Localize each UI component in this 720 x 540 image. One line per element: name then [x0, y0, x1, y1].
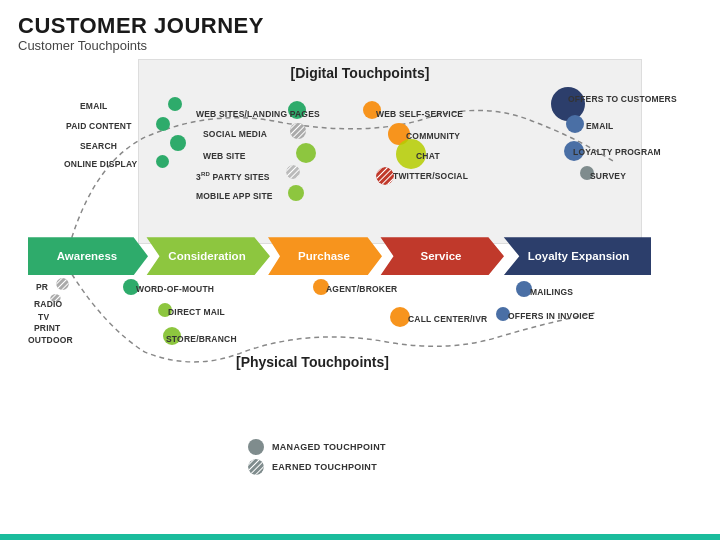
diagram-area: [Digital Touchpoints] Awareness Consider… — [18, 59, 702, 489]
tp-agent-broker-label: AGENT/BROKER — [326, 284, 397, 294]
legend-earned-text: EARNED TOUCHPOINT — [272, 462, 377, 472]
page-container: CUSTOMER JOURNEY Customer Touchpoints [D… — [0, 0, 720, 540]
tp-store-branch-label: STORE/BRANCH — [166, 334, 237, 344]
tp-email-label: EMAIL — [80, 101, 107, 111]
legend-managed-text: MANAGED TOUCHPOINT — [272, 442, 386, 452]
tp-radio-label: RADIO — [34, 299, 62, 309]
svg-point-10 — [56, 278, 69, 290]
tp-direct-mail-label: DIRECT MAIL — [168, 307, 225, 317]
tp-paid-content-label: PAID CONTENT — [66, 121, 132, 131]
tp-offers-invoice-label: OFFERS IN INVOICE — [508, 311, 594, 321]
tp-loyalty-program-label: LOYALTY PROGRAM — [573, 147, 661, 157]
digital-touchpoints-label: [Digital Touchpoints] — [18, 65, 702, 81]
sub-title: Customer Touchpoints — [18, 38, 702, 53]
circle-pr — [56, 277, 69, 290]
tp-email-right-label: EMAIL — [586, 121, 613, 131]
tp-3rd-party-label: 3RD PARTY SITES — [196, 171, 270, 182]
tp-survey-label: SURVEY — [590, 171, 626, 181]
svg-point-16 — [248, 459, 264, 475]
tp-mailings-label: MAILINGS — [530, 287, 573, 297]
legend: MANAGED TOUCHPOINT EARNED TOUCHPOINT — [248, 439, 386, 479]
tp-online-display-label: ONLINE DISPLAY — [64, 159, 137, 169]
tp-word-of-mouth-label: WORD-OF-MOUTH — [136, 284, 214, 294]
legend-earned: EARNED TOUCHPOINT — [248, 459, 386, 475]
tp-web-site-label: WEB SITE — [203, 151, 246, 161]
bottom-bar — [0, 534, 720, 540]
tp-outdoor-label: OUTDOOR — [28, 335, 73, 345]
tp-chat-label: CHAT — [416, 151, 440, 161]
tp-search-label: SEARCH — [80, 141, 117, 151]
circle-call-center — [390, 307, 410, 327]
step-service: Service — [374, 237, 504, 275]
step-awareness: Awareness — [28, 237, 148, 275]
tp-print-label: PRINT — [34, 323, 61, 333]
legend-managed: MANAGED TOUCHPOINT — [248, 439, 386, 455]
legend-managed-icon — [248, 439, 264, 455]
physical-touchpoints-label: [Physical Touchpoints] — [236, 354, 389, 370]
tp-tv-label: TV — [38, 312, 49, 322]
tp-mobile-app-label: MOBILE APP SITE — [196, 191, 273, 201]
tp-web-sites-label: WEB SITES/LANDING PAGES — [196, 109, 320, 119]
tp-twitter-label: TWITTER/SOCIAL — [393, 171, 468, 181]
step-purchase: Purchase — [262, 237, 382, 275]
main-title: CUSTOMER JOURNEY — [18, 14, 702, 38]
tp-community-label: COMMUNITY — [406, 131, 460, 141]
legend-earned-icon — [248, 459, 264, 475]
tp-web-self-service-label: WEB SELF-SERVICE — [376, 109, 463, 119]
tp-pr-label: PR — [36, 282, 48, 292]
journey-bar: Awareness Consideration Purchase Service… — [28, 237, 692, 275]
tp-social-media-label: SOCIAL MEDIA — [203, 129, 267, 139]
tp-call-center-label: CALL CENTER/IVR — [408, 314, 487, 324]
step-loyalty: Loyalty Expansion — [496, 237, 651, 275]
step-consideration: Consideration — [140, 237, 270, 275]
tp-offers-customers-label: OFFERS TO CUSTOMERS — [568, 94, 677, 104]
